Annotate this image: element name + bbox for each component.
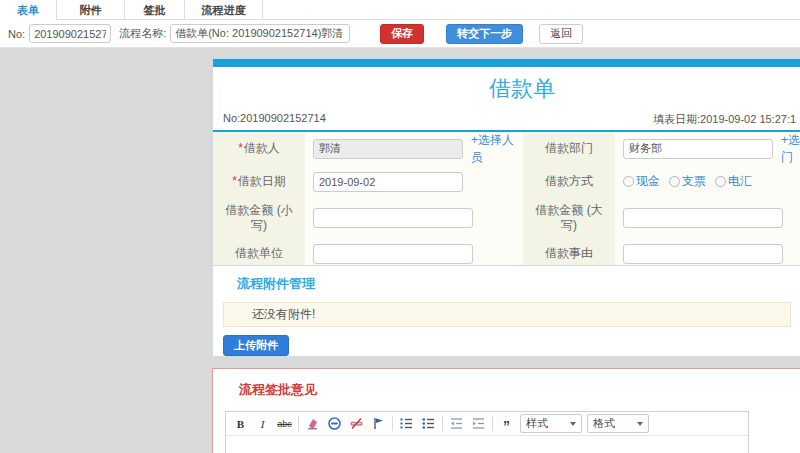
save-button[interactable]: 保存 [380, 24, 424, 44]
unlink-icon[interactable] [348, 415, 365, 432]
blockquote-button[interactable]: ” [498, 415, 515, 432]
styles-dropdown[interactable]: 样式 [520, 414, 582, 433]
toolbar-separator [442, 416, 443, 431]
tab-signoff[interactable]: 签批 [125, 0, 185, 20]
chevron-down-icon [637, 422, 643, 426]
indent-icon[interactable] [470, 415, 487, 432]
attachment-heading: 流程附件管理 [237, 275, 800, 293]
pick-person-link[interactable]: +选择人员 [471, 132, 523, 166]
amount-lower-field [305, 198, 523, 238]
radio-cash[interactable]: 现金 [623, 173, 660, 190]
loan-unit-input[interactable] [313, 244, 473, 264]
form-grid: *借款人 +选择人员 借款部门 +选择部门 *借款日期 借款方式 现金 [213, 132, 800, 269]
flow-name-input[interactable] [170, 24, 350, 43]
form-number: No:20190902152714 [223, 112, 326, 124]
loan-method-label: 借款方式 [523, 165, 615, 198]
borrower-field: +选择人员 [305, 132, 523, 165]
amount-lower-input[interactable] [313, 208, 473, 228]
tab-attachments[interactable]: 附件 [57, 0, 125, 20]
toolbar: No: 流程名称: 保存 转交下一步 返回 [0, 20, 800, 48]
form-fill-date: 填表日期:2019-09-02 15:27:1 [653, 112, 796, 127]
loan-reason-input[interactable] [623, 244, 783, 264]
loan-date-field [305, 165, 523, 198]
borrower-input[interactable] [313, 139, 463, 159]
no-input[interactable] [29, 24, 111, 43]
tab-form[interactable]: 表单 [0, 0, 57, 20]
back-button[interactable]: 返回 [539, 24, 583, 44]
tab-progress[interactable]: 流程进度 [185, 0, 263, 20]
bold-button[interactable]: B [232, 415, 249, 432]
bulleted-list-icon[interactable] [420, 415, 437, 432]
pick-department-link[interactable]: +选择部门 [781, 132, 800, 166]
loan-date-input[interactable] [313, 172, 463, 192]
department-field: +选择部门 [615, 132, 800, 165]
attachment-panel: 流程附件管理 还没有附件! 上传附件 [212, 265, 800, 357]
panel-top-bar [213, 59, 800, 67]
amount-upper-input[interactable] [623, 208, 783, 228]
flow-name-label: 流程名称: [119, 26, 166, 41]
numbered-list-icon[interactable] [398, 415, 415, 432]
borrower-label: *借款人 [213, 132, 305, 165]
editor-content-area[interactable] [226, 436, 748, 453]
no-label: No: [8, 28, 25, 40]
upload-attachment-button[interactable]: 上传附件 [223, 335, 289, 356]
required-asterisk: * [238, 141, 243, 155]
toolbar-separator [298, 416, 299, 431]
loan-date-label: *借款日期 [213, 165, 305, 198]
signoff-heading: 流程签批意见 [239, 381, 800, 399]
remove-format-icon[interactable] [304, 415, 321, 432]
chevron-down-icon [570, 422, 576, 426]
loan-method-field: 现金 支票 电汇 [615, 165, 800, 198]
strikethrough-button[interactable]: abc [276, 415, 293, 432]
radio-icon [715, 176, 726, 187]
loan-form-panel: 借款单 No:20190902152714 填表日期:2019-09-02 15… [212, 58, 800, 277]
toolbar-separator [492, 416, 493, 431]
tab-bar: 表单 附件 签批 流程进度 [0, 0, 800, 20]
amount-lower-label: 借款金额 (小写) [213, 198, 305, 238]
format-dropdown[interactable]: 格式 [587, 414, 649, 433]
form-title: 借款单 [213, 67, 800, 108]
signoff-panel: 流程签批意见 B I abc [212, 368, 800, 453]
form-meta-row: No:20190902152714 填表日期:2019-09-02 15:27:… [213, 108, 800, 132]
italic-button[interactable]: I [254, 415, 271, 432]
radio-cheque[interactable]: 支票 [669, 173, 706, 190]
amount-upper-field [615, 198, 800, 238]
no-attachment-alert: 还没有附件! [223, 302, 791, 327]
radio-wire[interactable]: 电汇 [715, 173, 752, 190]
forward-next-step-button[interactable]: 转交下一步 [446, 24, 523, 44]
radio-icon [623, 176, 634, 187]
department-label: 借款部门 [523, 132, 615, 165]
anchor-flag-icon[interactable] [370, 415, 387, 432]
required-asterisk: * [232, 174, 237, 188]
link-icon[interactable] [326, 415, 343, 432]
department-input[interactable] [623, 139, 773, 159]
amount-upper-label: 借款金额 (大写) [523, 198, 615, 238]
rich-text-editor: B I abc [225, 411, 749, 453]
editor-toolbar: B I abc [226, 412, 748, 436]
radio-icon [669, 176, 680, 187]
toolbar-separator [392, 416, 393, 431]
outdent-icon[interactable] [448, 415, 465, 432]
